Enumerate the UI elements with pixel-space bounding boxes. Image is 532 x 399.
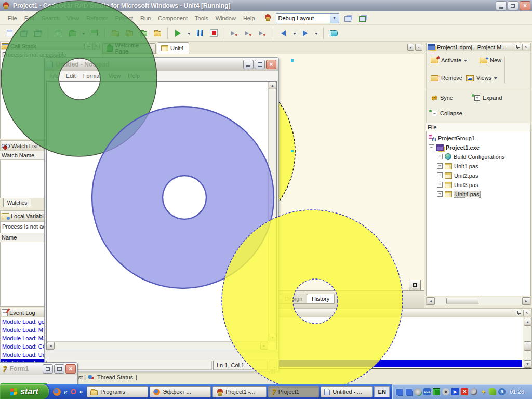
notepad-vscrollbar[interactable]: ▲ ▼ — [268, 82, 276, 341]
selected-message-row[interactable] — [276, 360, 522, 367]
sync-button[interactable]: ⇄ Sync — [430, 93, 455, 102]
form1-restore-button[interactable] — [43, 364, 53, 374]
tree-item-unit4[interactable]: + Unit4.pas — [437, 190, 480, 198]
expand-expander[interactable]: + — [437, 172, 443, 178]
menu-view[interactable]: View — [63, 14, 83, 23]
form1-titlebar[interactable]: 7 Form1 × — [0, 363, 77, 375]
scroll-up-button[interactable]: ▲ — [524, 318, 531, 326]
firefox-icon[interactable] — [53, 388, 61, 396]
scroll-right-button[interactable]: ► — [522, 297, 530, 305]
apply-layout-button[interactable] — [357, 13, 368, 23]
call-stack-header[interactable]: Call Stack × — [0, 42, 101, 50]
project-manager-header[interactable]: Project1.dproj - Project M... × — [426, 43, 531, 51]
pause-button[interactable] — [193, 27, 206, 39]
tree-item-unit2[interactable]: + Unit2.pas — [437, 171, 478, 180]
run-button[interactable] — [171, 27, 184, 39]
save-button[interactable] — [88, 27, 101, 39]
menu-edit[interactable]: Edit — [21, 14, 38, 23]
step-over-button[interactable] — [242, 27, 255, 39]
save-layout-button[interactable] — [342, 13, 354, 23]
bottom-panel-vscrollbar[interactable]: ▲ ▼ — [523, 317, 531, 368]
notepad-menu-edit[interactable]: Edit — [62, 72, 79, 80]
ide-restore-button[interactable] — [508, 1, 518, 10]
open-file-button[interactable] — [66, 27, 79, 39]
taskbar-button-untitled-notepad[interactable]: Untitled - ... — [321, 386, 373, 397]
notepad-maximize-button[interactable] — [255, 60, 265, 69]
form1-close-button[interactable]: × — [65, 364, 76, 374]
menu-project[interactable]: Project — [112, 14, 137, 23]
resize-grip[interactable] — [269, 361, 277, 370]
scroll-up-button[interactable]: ▲ — [269, 82, 276, 89]
open-project-button[interactable] — [17, 27, 30, 39]
disc-burner-icon[interactable] — [442, 388, 449, 395]
menu-component[interactable]: Component — [154, 14, 191, 23]
antivirus-icon[interactable]: ✕ — [461, 388, 468, 395]
build-button[interactable] — [151, 27, 164, 39]
menu-tools[interactable]: Tools — [191, 14, 212, 23]
open-folder-button[interactable] — [109, 27, 122, 39]
notepad-text-area[interactable]: ▲ ▼ ◄ ► — [46, 81, 277, 350]
volume-icon[interactable] — [470, 388, 477, 395]
tree-item-unit1[interactable]: + Unit1.pas — [437, 162, 478, 170]
updater-icon[interactable]: a — [498, 388, 506, 395]
tab-unit4[interactable]: Unit4 — [157, 42, 189, 54]
tab-list-dropdown-button[interactable]: ▼ — [407, 44, 414, 51]
file-column-header[interactable]: File — [426, 123, 531, 131]
taskbar-button-effect[interactable]: Эффект ... — [150, 386, 211, 397]
tree-item-project1exe[interactable]: − Project1.exe — [429, 143, 480, 152]
expand-expander[interactable]: + — [437, 163, 443, 169]
notepad-minimize-button[interactable] — [243, 60, 254, 69]
compile-button[interactable] — [137, 27, 150, 39]
notepad-menu-format[interactable]: Format — [79, 72, 105, 80]
menu-window[interactable]: Window — [212, 14, 240, 23]
run-until-return-button[interactable] — [256, 27, 269, 39]
help-contents-button[interactable] — [327, 27, 340, 39]
call-stack-close-button[interactable]: × — [92, 43, 100, 49]
new-button[interactable]: New — [477, 56, 503, 65]
led-grid-icon[interactable] — [433, 388, 440, 395]
new-items-button[interactable] — [3, 27, 16, 39]
save-all-button[interactable] — [123, 27, 136, 39]
scroll-left-button[interactable]: ◄ — [47, 342, 55, 350]
views-button[interactable]: Views — [464, 73, 499, 83]
internet-explorer-icon[interactable]: e — [64, 388, 68, 396]
menu-file[interactable]: File — [4, 14, 21, 23]
tree-item-projectgroup[interactable]: ProjectGroup1 — [429, 134, 475, 142]
menu-search[interactable]: Search — [38, 14, 63, 23]
form1-maximize-button[interactable] — [54, 364, 64, 374]
scroll-down-button[interactable]: ▼ — [269, 334, 276, 341]
tab-design[interactable]: Design — [280, 294, 308, 304]
browse-back-dropdown[interactable] — [291, 27, 298, 39]
opera-icon[interactable]: O — [71, 388, 76, 396]
combo-dropdown-button[interactable]: ▼ — [330, 14, 339, 23]
nvidia-settings-icon[interactable] — [489, 388, 496, 395]
start-button[interactable]: start — [0, 384, 49, 399]
project-manager-pin-button[interactable] — [514, 44, 521, 50]
expand-expander[interactable]: + — [437, 191, 443, 197]
taskbar-button-programs[interactable]: Programs — [87, 386, 148, 397]
notepad-menu-help[interactable]: Help — [124, 72, 143, 80]
notepad-close-button[interactable]: × — [266, 60, 276, 69]
ide-minimize-button[interactable] — [496, 1, 507, 10]
scroll-thumb[interactable] — [524, 341, 531, 351]
desktop-layout-combo[interactable]: Debug Layout ▼ — [276, 13, 339, 23]
menu-run[interactable]: Run — [137, 14, 154, 23]
activate-button[interactable]: Activate — [429, 56, 469, 65]
bottom-panel-header[interactable]: × — [276, 308, 532, 317]
taskbar-button-project1-ide[interactable]: Project1 -... — [212, 386, 267, 397]
browse-forward-dropdown[interactable] — [313, 27, 320, 39]
notepad-hscrollbar[interactable]: ◄ ► — [47, 341, 268, 350]
notepad-titlebar[interactable]: Untitled - Notepad × — [45, 58, 278, 71]
ide-close-button[interactable]: × — [520, 1, 530, 10]
bottom-panel-pin-button[interactable] — [515, 310, 522, 316]
collapse-expander[interactable]: − — [429, 144, 434, 150]
editor-map-button[interactable] — [409, 280, 421, 290]
taskbar-button-project1-app[interactable]: 7 Project1 — [268, 386, 319, 397]
tab-close-button[interactable]: × — [415, 44, 422, 51]
bottom-panel-close-button[interactable]: × — [523, 310, 530, 316]
scroll-thumb[interactable] — [446, 298, 478, 304]
globe-agent-icon[interactable] — [414, 388, 421, 395]
language-indicator[interactable]: EN — [374, 386, 390, 397]
browse-forward-button[interactable] — [299, 27, 312, 39]
open-file-dropdown[interactable] — [80, 27, 87, 39]
